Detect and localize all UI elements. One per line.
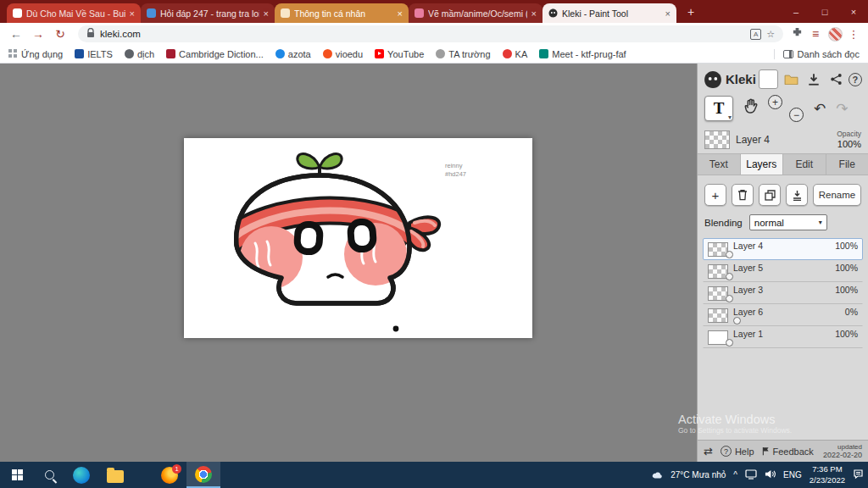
bookmark-ka[interactable]: KA <box>503 49 528 59</box>
bookmark-azota[interactable]: azota <box>275 49 311 59</box>
slider-knob[interactable] <box>733 317 741 324</box>
extensions-puzzle-icon[interactable] <box>792 26 803 42</box>
weather-status[interactable]: 27°C Mưa nhỏ <box>670 470 726 480</box>
save-download-button[interactable] <box>804 69 823 89</box>
tab-close-icon[interactable]: × <box>264 8 269 19</box>
new-tab-button[interactable]: + <box>680 2 702 22</box>
share-button[interactable] <box>826 69 846 89</box>
forward-icon[interactable]: → <box>29 25 47 43</box>
tab-favicon-icon <box>13 8 22 18</box>
blending-mode-select[interactable]: normal ▾ <box>749 214 827 230</box>
window-minimize-button[interactable]: – <box>782 0 810 23</box>
redo-button-disabled[interactable]: ↷ <box>836 100 848 118</box>
layer-action-buttons: + Rename <box>698 175 868 210</box>
taskbar-clock[interactable]: 7:36 PM 2/23/2022 <box>810 464 845 485</box>
bookmark-ta-truong[interactable]: TA trường <box>436 49 490 59</box>
url-text[interactable]: kleki.com <box>100 29 745 39</box>
bookmark-cambridge[interactable]: Cambridge Diction... <box>166 49 264 59</box>
tab-close-icon[interactable]: × <box>130 8 135 19</box>
layer-name: Layer 3 <box>733 286 763 295</box>
slider-knob[interactable] <box>726 273 733 280</box>
tab-file[interactable]: File <box>826 154 868 175</box>
bookmarks-bar: Ứng dụng IELTS dịch Cambridge Diction...… <box>0 45 868 64</box>
layer-row-layer1[interactable]: Layer 1 100% <box>703 326 863 348</box>
layer-row-layer3[interactable]: Layer 3 100% <box>703 282 863 304</box>
menu-kebab-icon[interactable]: ⋮ <box>846 28 861 41</box>
slider-knob[interactable] <box>726 251 733 258</box>
feedback-link[interactable]: Feedback <box>762 446 814 457</box>
bookmark-apps[interactable]: Ứng dụng <box>8 49 63 59</box>
translate-icon[interactable]: A <box>750 29 761 40</box>
delete-layer-button[interactable] <box>732 184 754 206</box>
rename-layer-button[interactable]: Rename <box>813 184 861 206</box>
lock-icon <box>86 26 95 42</box>
bookmark-favicon-icon <box>323 49 332 58</box>
kleki-tool-row: T ▾ + − ↶ ↷ <box>698 92 868 127</box>
add-layer-button[interactable]: + <box>704 184 726 206</box>
bookmark-star-icon[interactable]: ☆ <box>766 29 775 40</box>
taskbar-edge-button[interactable] <box>64 462 98 488</box>
tray-chevron-up-icon[interactable]: ^ <box>733 470 737 480</box>
undo-button[interactable]: ↶ <box>814 100 826 118</box>
tab-edit[interactable]: Edit <box>783 154 826 175</box>
slider-knob[interactable] <box>726 339 733 347</box>
tab-close-icon[interactable]: × <box>531 8 537 19</box>
bookmark-dich[interactable]: dịch <box>125 49 154 59</box>
volume-icon[interactable] <box>765 468 776 483</box>
layer-row-layer5[interactable]: Layer 5 100% <box>703 260 863 282</box>
question-circle-icon: ? <box>721 446 732 457</box>
hand-pan-tool-button[interactable] <box>743 98 758 118</box>
reload-icon[interactable]: ↻ <box>51 25 70 43</box>
help-link[interactable]: ? Help <box>721 446 754 457</box>
language-indicator[interactable]: ENG <box>783 470 802 480</box>
text-tool-glyph: T <box>714 99 725 118</box>
slider-knob[interactable] <box>726 295 733 302</box>
kleki-top-toolbar: Kleki ? <box>698 64 868 92</box>
zoom-out-button[interactable]: − <box>789 108 804 122</box>
bookmark-meet[interactable]: Meet - ktf-prug-faf <box>539 49 626 59</box>
chevron-down-icon: ▾ <box>819 219 822 226</box>
kleki-side-panel: Kleki ? T ▾ + − <box>697 64 868 462</box>
tab-close-icon[interactable]: × <box>398 8 403 19</box>
taskbar-firefox-button[interactable]: 1 <box>153 462 186 488</box>
tab-layers-active[interactable]: Layers <box>741 154 784 175</box>
browser-tab-1[interactable]: Dù Cho Mai Về Sau - Buitruc × <box>7 3 141 23</box>
swap-colors-icon[interactable]: ⇄ <box>704 445 713 458</box>
tab-text[interactable]: Text <box>698 154 741 175</box>
taskbar-search-button[interactable] <box>34 462 64 488</box>
url-omnibox[interactable]: kleki.com A ☆ <box>78 25 783 42</box>
layer-opacity-value: 100% <box>835 286 858 295</box>
bookmark-favicon-icon <box>75 49 84 58</box>
network-icon[interactable] <box>745 468 757 483</box>
bookmark-youtube[interactable]: YouTube <box>375 49 424 59</box>
duplicate-layer-button[interactable] <box>759 184 781 206</box>
browser-tab-3[interactable]: Thông tin cá nhân × <box>275 3 409 23</box>
browser-tab-4[interactable]: Vẽ mầm/anime/Oc/semi (cũ × <box>409 3 542 23</box>
new-image-button[interactable] <box>759 69 778 89</box>
bookmark-ielts[interactable]: IELTS <box>75 49 113 59</box>
action-center-icon[interactable] <box>853 468 864 483</box>
import-file-button[interactable] <box>782 69 801 89</box>
help-button[interactable]: ? <box>849 73 862 86</box>
bookmark-label: YouTube <box>387 49 424 59</box>
profile-avatar[interactable] <box>828 27 843 42</box>
back-icon[interactable]: ← <box>7 25 25 43</box>
reading-list-button[interactable]: Danh sách đọc <box>774 49 860 59</box>
browser-tab-5-active[interactable]: Kleki - Paint Tool × <box>542 3 676 23</box>
sidebar-panel-icon[interactable]: ≡ <box>806 25 825 43</box>
bookmark-vioedu[interactable]: vioedu <box>323 49 363 59</box>
drawing-canvas[interactable]: reinny #hd247 <box>184 138 532 338</box>
text-tool-button-selected[interactable]: T ▾ <box>704 96 733 121</box>
zoom-in-button[interactable]: + <box>768 95 782 109</box>
tab-close-icon[interactable]: × <box>665 8 670 19</box>
merge-layer-down-button[interactable] <box>786 184 808 206</box>
layer-opacity-value: 100% <box>835 263 858 273</box>
window-maximize-button[interactable]: □ <box>810 0 839 23</box>
layer-row-layer4[interactable]: Layer 4 100% <box>703 238 863 260</box>
taskbar-file-explorer-button[interactable] <box>98 462 132 488</box>
layer-row-layer6[interactable]: Layer 6 0% <box>703 304 863 326</box>
window-close-button[interactable]: × <box>839 0 868 23</box>
browser-tab-2[interactable]: Hỏi đáp 247 - trang tra loi × <box>141 3 275 23</box>
start-button[interactable] <box>0 462 34 488</box>
taskbar-chrome-button-active[interactable] <box>186 462 220 488</box>
